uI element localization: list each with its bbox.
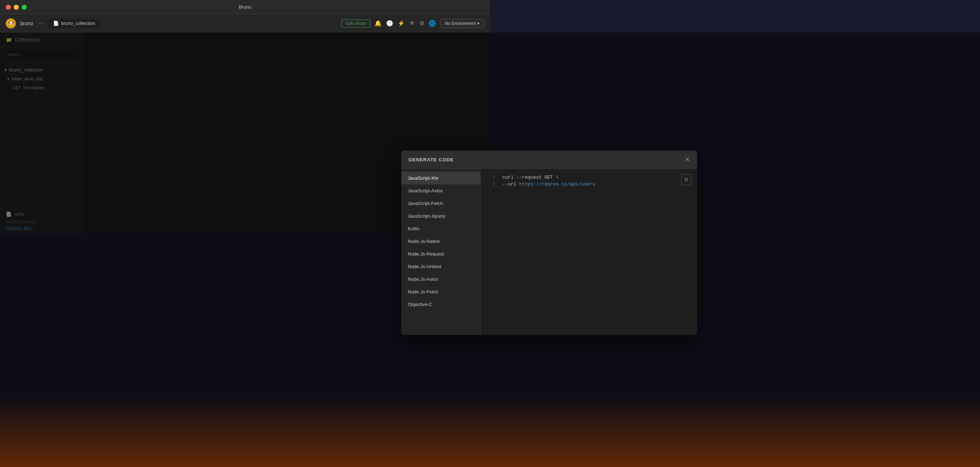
preview-icon[interactable]: 👁 (409, 20, 415, 27)
language-item[interactable]: JavaScript-Xhr (401, 172, 480, 185)
traffic-lights (6, 5, 27, 10)
app-name: bruno (20, 21, 33, 26)
code-area: 1curl --request GET \2--url https://reqr… (480, 169, 490, 234)
generate-code-modal: GENERATE CODE ✕ JavaScript-XhrJavaScript… (401, 150, 490, 234)
maximize-window-button[interactable] (22, 5, 27, 10)
language-item[interactable]: JavaScript-Jquery (401, 210, 480, 222)
modal-body: JavaScript-XhrJavaScript-AxiosJavaScript… (401, 169, 490, 234)
line-number: 2 (488, 182, 490, 187)
history-icon[interactable]: 🕐 (386, 20, 393, 27)
code-block: 1curl --request GET \2--url https://reqr… (488, 175, 490, 187)
app-title: Bruno (239, 4, 251, 10)
line-number: 1 (488, 175, 490, 180)
notifications-icon[interactable]: 🔔 (374, 20, 382, 27)
collection-tab-label: bruno_collection (61, 21, 95, 26)
modal-title: GENERATE CODE (409, 157, 453, 163)
code-line: 2--url https://reqres.in/api/users (488, 182, 490, 187)
app-logo: 🐶 (6, 18, 16, 29)
close-window-button[interactable] (6, 5, 11, 10)
safe-mode-badge[interactable]: Safe Mode (341, 19, 370, 27)
code-line: 1curl --request GET \ (488, 175, 490, 180)
menu-bar: 🐶 bruno ··· 📄 bruno_collection Safe Mode… (0, 14, 490, 32)
chevron-down-icon: ▾ (477, 21, 479, 26)
settings-icon[interactable]: ⚙ (419, 20, 424, 27)
collection-icon: 📄 (53, 21, 59, 26)
language-list: JavaScript-XhrJavaScript-AxiosJavaScript… (401, 169, 480, 234)
global-icon[interactable]: 🌐 (429, 20, 436, 27)
title-bar: Bruno (0, 0, 490, 14)
language-item[interactable]: JavaScript-Fetch (401, 197, 480, 210)
minimize-window-button[interactable] (14, 5, 19, 10)
collection-tab[interactable]: 📄 bruno_collection (48, 18, 100, 28)
language-item[interactable]: JavaScript-Axios (401, 185, 480, 197)
environment-selector[interactable]: No Environment ▾ (440, 19, 484, 28)
modal-header: GENERATE CODE ✕ (401, 150, 490, 169)
more-options-button[interactable]: ··· (39, 20, 44, 27)
env-label: No Environment (445, 21, 476, 26)
menu-right: Safe Mode 🔔 🕐 ⚡ 👁 ⚙ 🌐 No Environment ▾ (341, 19, 484, 28)
runner-icon[interactable]: ⚡ (398, 20, 405, 27)
language-item[interactable]: Kotlin (401, 222, 480, 234)
logo-icon: 🐶 (8, 21, 14, 26)
